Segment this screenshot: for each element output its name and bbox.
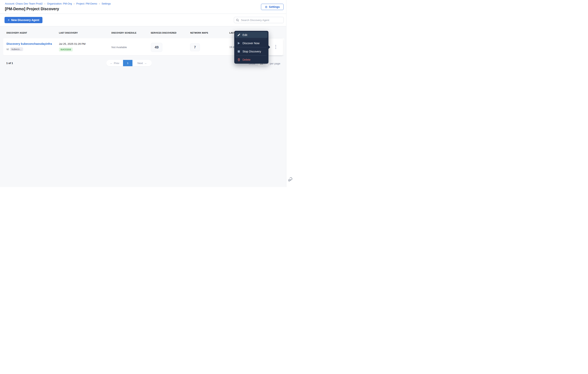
plus-icon: + <box>8 18 10 22</box>
menu-item-discover-now[interactable]: Discover Now <box>235 40 267 46</box>
kebab-menu-icon <box>275 45 276 49</box>
arrow-right-icon: → <box>144 62 147 65</box>
settings-button-label: Settings <box>269 5 280 9</box>
prev-label: Prev <box>114 62 119 65</box>
column-header-last-discovery: LAST DISCOVERY <box>59 32 78 34</box>
play-icon <box>237 42 240 45</box>
arrow-left-icon: ← <box>110 62 113 65</box>
menu-divider <box>236 55 266 56</box>
column-header-network-maps: NETWORK MAPS <box>190 32 208 34</box>
menu-item-discover-now-label: Discover Now <box>242 42 259 45</box>
last-discovery-date: Jul 25, 2025 01:29 PM <box>59 42 85 45</box>
column-header-discovery-agent: DISCOVERY AGENT <box>7 32 27 34</box>
pagination-control: ← Prev 1 Next → <box>106 60 152 66</box>
discovery-schedule-value: Not Available <box>111 46 127 49</box>
agent-id-line: Id: kubeco... <box>7 47 23 51</box>
project-discovery-page: Account: Chaos Dev Team Prod2 › Organiza… <box>0 0 294 187</box>
column-header-services-discovered: SERVICES DISCOVERED <box>151 32 177 34</box>
agent-id-chip[interactable]: kubeco... <box>10 47 23 51</box>
page-title: [PM-Demo] Project Discovery <box>5 7 59 11</box>
menu-item-delete[interactable]: Delete <box>235 57 267 63</box>
right-side-strip <box>286 0 294 187</box>
pagination-summary: 1 of 1 <box>6 62 13 65</box>
prev-page-button[interactable]: ← Prev <box>106 60 123 66</box>
menu-divider <box>236 47 266 47</box>
per-page-label: per page <box>270 62 280 65</box>
gear-icon: ⚙ <box>265 6 267 9</box>
pencil-icon <box>237 33 240 37</box>
new-discovery-agent-button[interactable]: + New Discovery Agent <box>5 17 42 23</box>
breadcrumb-separator-icon: › <box>74 2 74 5</box>
settings-button[interactable]: ⚙ Settings <box>261 4 284 10</box>
menu-item-stop-discovery-label: Stop Discovery <box>242 50 261 53</box>
next-page-button[interactable]: Next → <box>132 60 152 66</box>
menu-item-stop-discovery[interactable]: Stop Discovery <box>235 48 267 54</box>
content-area: DISCOVERY AGENT LAST DISCOVERY DISCOVERY… <box>0 26 286 187</box>
status-badge: SUCCESS <box>59 48 73 52</box>
breadcrumb-organization[interactable]: Organization: PM-Org <box>47 2 72 5</box>
agent-id-label: Id: <box>7 48 9 51</box>
breadcrumb-separator-icon: › <box>44 2 45 5</box>
page-header: Account: Chaos Dev Team Prod2 › Organiza… <box>0 0 286 14</box>
search-box <box>234 17 284 23</box>
trash-icon <box>237 58 240 61</box>
menu-divider <box>236 39 266 39</box>
services-discovered-count[interactable]: 49 <box>151 43 162 52</box>
breadcrumb-separator-icon: › <box>99 2 100 5</box>
search-input[interactable] <box>241 19 282 22</box>
breadcrumb-project[interactable]: Project: PM-Demo <box>76 2 97 5</box>
breadcrumb: Account: Chaos Dev Team Prod2 › Organiza… <box>5 2 111 5</box>
toolbar: + New Discovery Agent <box>0 14 286 26</box>
breadcrumb-account[interactable]: Account: Chaos Dev Team Prod2 <box>5 2 43 5</box>
row-actions-button[interactable] <box>268 39 283 55</box>
breadcrumb-settings[interactable]: Settings <box>102 2 111 5</box>
next-label: Next <box>137 62 143 65</box>
column-header-discovery-schedule: DISCOVERY SCHEDULE <box>111 32 136 34</box>
feedback-chat-icon[interactable] <box>288 177 293 182</box>
search-icon <box>236 19 239 22</box>
row-context-menu: Edit Discover Now Stop Discovery <box>234 31 268 64</box>
current-page-button[interactable]: 1 <box>123 60 132 66</box>
menu-item-edit-label: Edit <box>242 33 247 37</box>
network-maps-count[interactable]: 7 <box>190 43 200 51</box>
new-discovery-agent-label: New Discovery Agent <box>11 19 39 22</box>
menu-item-edit[interactable]: Edit <box>235 32 267 38</box>
menu-item-delete-label: Delete <box>242 58 250 61</box>
agent-name-link[interactable]: Discovery kubeconchaosdayinfra <box>7 42 52 45</box>
stop-icon <box>237 50 240 53</box>
